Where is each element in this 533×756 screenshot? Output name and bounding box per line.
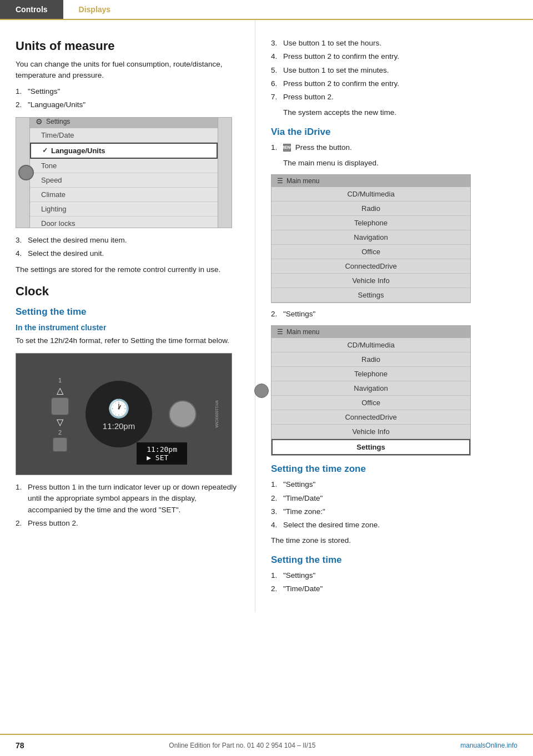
menu-item-cdmultimedia-2: CD/Multimedia xyxy=(271,338,470,352)
menu-item-connecteddrive: ConnectedDrive xyxy=(271,259,470,274)
step-item: 2. "Settings" xyxy=(271,309,517,320)
step-item: 4. Select the desired unit. xyxy=(16,248,239,259)
step-item: 3. Use button 1 to set the hours. xyxy=(271,38,517,49)
step-item: 5. Use button 1 to set the minutes. xyxy=(271,65,517,76)
menu-item-connecteddrive-2: ConnectedDrive xyxy=(271,410,470,425)
step-num: 2. xyxy=(16,518,28,529)
setting-time-title-right: Setting the time xyxy=(271,555,517,566)
step-text: Press button 2. xyxy=(283,92,517,103)
menu-item-telephone: Telephone xyxy=(271,216,470,230)
step-num: 4. xyxy=(271,51,283,62)
step-num: 1. xyxy=(16,86,28,97)
step-num: 3. xyxy=(271,38,283,49)
menu-item-vehicleinfo: Vehicle Info xyxy=(271,274,470,288)
idrive-step2: 2. "Settings" xyxy=(271,309,517,320)
step7-note: The system accepts the new time. xyxy=(283,107,517,118)
step-text: Use button 1 to set the hours. xyxy=(283,38,517,49)
step-num: 5. xyxy=(271,65,283,76)
step-item: 3. "Time zone:" xyxy=(271,506,517,517)
time-label: 11:20pm xyxy=(147,445,177,453)
menu-item-timedate: Time/Date xyxy=(30,128,218,143)
step-num: 4. xyxy=(16,248,28,259)
step-num: 1. xyxy=(16,482,28,493)
time-zone-note: The time zone is stored. xyxy=(271,535,517,546)
clock-icon: 🕐 xyxy=(108,398,130,419)
idrive-knob xyxy=(254,384,269,398)
step-num: 2. xyxy=(271,583,283,594)
step-text: Press button 2. xyxy=(28,518,239,529)
left-column: Units of measure You can change the unit… xyxy=(0,20,255,612)
step-item: 1. "Settings" xyxy=(271,479,517,490)
step-text: Select the desired time zone. xyxy=(283,520,517,531)
menu-item-settings-selected: Settings xyxy=(271,439,470,455)
image-side-label: MY110093CMA xyxy=(215,400,219,427)
setting-time-section-right: Setting the time 1. "Settings" 2. "Time/… xyxy=(271,555,517,595)
main-menu-header: ☰ Main menu xyxy=(271,175,470,187)
step1-text: Press the button. xyxy=(295,143,352,152)
menu-item-settings: Settings xyxy=(271,288,470,303)
main-menu-header-2: ☰ Main menu xyxy=(271,326,470,338)
menu-item-navigation: Navigation xyxy=(271,230,470,245)
step-text: Press button 2 to confirm the entry. xyxy=(283,51,517,62)
units-note: The settings are stored for the remote c… xyxy=(16,264,239,275)
cluster-intro: To set the 12h/24h format, refer to Sett… xyxy=(16,335,239,346)
menu-item-office-2: Office xyxy=(271,396,470,410)
step-num: 3. xyxy=(271,506,283,517)
settings-menu-screenshot: ⚙ Settings Time/Date ✓ Language/Units To… xyxy=(16,117,232,228)
set-label: ▶ SET xyxy=(147,453,168,462)
units-intro: You can change the units for fuel consum… xyxy=(16,59,239,82)
step-num: 1. xyxy=(271,479,283,490)
setting-time-subtitle: Setting the time xyxy=(16,306,239,317)
step-item: 7. Press button 2. xyxy=(271,92,517,103)
footer-copyright: Online Edition for Part no. 01 40 2 954 … xyxy=(169,742,315,749)
tab-controls[interactable]: Controls xyxy=(0,0,63,19)
footer-watermark: manualsOnline.info xyxy=(460,742,517,749)
right-column: 3. Use button 1 to set the hours. 4. Pre… xyxy=(255,20,533,612)
step-item: 2. "Language/Units" xyxy=(16,99,239,110)
step-item: 1. MENU Press the button. xyxy=(271,142,517,153)
page-number: 78 xyxy=(16,741,24,750)
tab-displays-label: Displays xyxy=(79,5,111,14)
gear-icon: ⚙ xyxy=(36,117,43,126)
step-item: 1. "Settings" xyxy=(16,86,239,97)
step-num: 4. xyxy=(271,520,283,531)
setting-time-zone-section: Setting the time zone 1. "Settings" 2. "… xyxy=(271,463,517,546)
main-menu-2-container: ☰ Main menu CD/Multimedia Radio Telephon… xyxy=(271,325,517,456)
step-text: "Time/Date" xyxy=(283,583,517,594)
instrument-cluster-subsection: In the instrument cluster xyxy=(16,323,239,332)
units-steps-1: 1. "Settings" 2. "Language/Units" xyxy=(16,86,239,111)
menu-item-vehicleinfo-2: Vehicle Info xyxy=(271,425,470,439)
content-wrapper: Units of measure You can change the unit… xyxy=(0,20,533,612)
clock-title: Clock xyxy=(16,284,239,299)
units-title: Units of measure xyxy=(16,39,239,53)
menu-item-office: Office xyxy=(271,245,470,259)
menu-header: ⚙ Settings xyxy=(30,117,218,128)
step-text: "Language/Units" xyxy=(28,99,239,110)
cluster-dial: 🕐 11:20pm xyxy=(86,381,152,447)
via-idrive-title: Via the iDrive xyxy=(271,127,517,138)
step-text: Select the desired unit. xyxy=(28,248,239,259)
step-item: 6. Press button 2 to confirm the entry. xyxy=(271,78,517,89)
tab-displays[interactable]: Displays xyxy=(63,0,127,19)
menu-item-doorlocks: Door locks xyxy=(30,216,218,229)
main-menu-screenshot-2: ☰ Main menu CD/Multimedia Radio Telephon… xyxy=(271,325,471,456)
step1-note: The main menu is displayed. xyxy=(283,158,517,169)
step-text: "Time zone:" xyxy=(283,506,517,517)
menu-title: Settings xyxy=(46,118,70,125)
time-zone-steps: 1. "Settings" 2. "Time/Date" 3. "Time zo… xyxy=(271,479,517,531)
step-item: 4. Select the desired time zone. xyxy=(271,520,517,531)
tab-controls-label: Controls xyxy=(16,5,48,14)
step-num: 7. xyxy=(271,92,283,103)
step-text: "Settings" xyxy=(283,309,517,320)
step-item: 1. Press button 1 in the turn indicator … xyxy=(16,482,239,516)
step-num: 1. xyxy=(271,570,283,581)
menu-item-climate: Climate xyxy=(30,188,218,202)
set-display: 11:20pm ▶ SET xyxy=(137,442,187,465)
main-menu-1-container: ☰ Main menu CD/Multimedia Radio Telephon… xyxy=(271,174,517,303)
step-item: 2. "Time/Date" xyxy=(271,493,517,504)
menu-item-cdmultimedia: CD/Multimedia xyxy=(271,187,470,201)
step-item: 3. Select the desired menu item. xyxy=(16,235,239,246)
step-num: 2. xyxy=(16,99,28,110)
step-text: MENU Press the button. xyxy=(283,142,517,153)
main-menu-title: Main menu xyxy=(286,177,319,185)
